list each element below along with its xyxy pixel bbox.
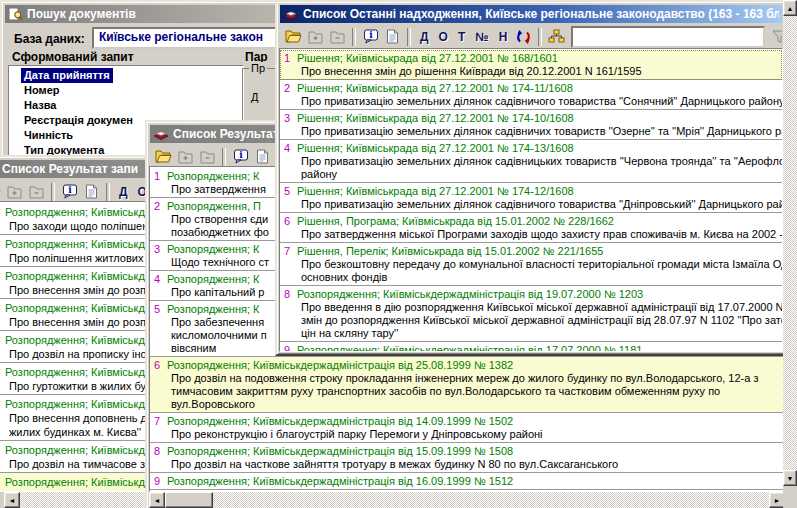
item-number: 7 — [154, 415, 163, 428]
item-heading: Розпорядження; К — [167, 243, 259, 255]
toolbar-separator — [106, 183, 110, 201]
folder-remove-icon[interactable] — [197, 147, 218, 167]
item-heading: Розпорядження, П — [167, 200, 261, 212]
item-heading: Розпорядження; Київміськд — [5, 398, 145, 410]
list-item[interactable]: 9Розпорядження; Київміськдержадміністрац… — [150, 473, 784, 490]
open-folder-icon[interactable] — [153, 147, 174, 167]
query-item[interactable]: Назва — [21, 98, 243, 113]
item-heading: Розпорядження; К — [167, 273, 259, 285]
list-item[interactable]: 9Розпорядження; Київміськдержадміністрац… — [280, 342, 782, 352]
info-icon[interactable]: i — [230, 147, 251, 167]
letter-button[interactable]: Т — [453, 30, 470, 44]
red-book-icon — [283, 7, 299, 21]
list-item[interactable]: 7Розпорядження; Київміськдержадміністрац… — [150, 413, 784, 443]
letter-button[interactable]: № — [470, 30, 493, 44]
titlebar-search[interactable]: Пошук документів — [5, 5, 281, 23]
item-number: 4 — [284, 142, 293, 155]
scroll-left-icon[interactable]: ◄ — [4, 492, 20, 508]
item-number: 6 — [284, 215, 293, 228]
list-item[interactable]: 4Рішення; Київміськрада від 27.12.2001 №… — [280, 140, 782, 183]
list-item[interactable]: 2Рішення; Київміськрада від 27.12.2001 №… — [280, 80, 782, 110]
filter-funnel-icon[interactable] — [769, 27, 782, 47]
svg-text:i: i — [369, 30, 373, 40]
item-heading: Рішення; Київміськрада від 27.12.2001 № … — [297, 185, 574, 197]
item-number: 1 — [284, 52, 293, 65]
open-folder-icon[interactable] — [283, 27, 304, 47]
item-heading: Рішення; Київміськрада від 27.12.2001 № … — [297, 82, 573, 94]
scroll-left-icon[interactable]: ◄ — [149, 492, 165, 508]
database-combobox[interactable]: Київське регіональне закон — [92, 27, 306, 49]
refresh-icon[interactable] — [513, 27, 534, 47]
scroll-down-icon[interactable]: ▼ — [783, 470, 797, 486]
item-number: 9 — [284, 344, 293, 352]
list-item[interactable]: 6Рішення, Програма; Київміськрада від 15… — [280, 213, 782, 243]
item-heading: Розпорядження; Київміськдержадміністраці… — [167, 415, 513, 427]
toolbar-search-input[interactable] — [571, 26, 765, 48]
list-item[interactable]: 7Рішення, Перелік; Київміськрада від 15.… — [280, 243, 782, 286]
letter-button[interactable]: Д — [415, 30, 434, 44]
horizontal-scrollbar-middle-window[interactable]: ◄ ► — [149, 492, 785, 508]
letter-button[interactable]: Н — [494, 30, 513, 44]
item-number: 7 — [284, 245, 293, 258]
letter-button[interactable]: Д — [114, 185, 133, 199]
vertical-scrollbar[interactable]: ▲ ▼ — [783, 0, 797, 508]
item-body: Про приватизацію земельних ділянок садів… — [284, 198, 782, 211]
list-item[interactable]: 8Розпорядження; Київміськдержадміністрац… — [280, 286, 782, 342]
item-heading: Розпорядження; Київміськд — [5, 206, 145, 218]
item-number: 2 — [284, 82, 293, 95]
item-number: 1 — [154, 170, 163, 183]
query-item-label: Чинність — [21, 128, 76, 143]
folder-remove-icon[interactable] — [327, 27, 348, 47]
query-item[interactable]: Дата прийняття — [21, 68, 243, 83]
item-number: 5 — [154, 303, 163, 316]
item-body: Про реконструкцію і благоустрій парку Пе… — [154, 428, 784, 441]
list-item[interactable]: 5Рішення; Київміськрада від 27.12.2001 №… — [280, 183, 782, 213]
scrollbar-thumb[interactable] — [165, 492, 213, 508]
item-heading: Розпорядження; Київміськдержадміністраці… — [167, 475, 513, 487]
folder-add-icon[interactable] — [305, 27, 326, 47]
svg-text:i: i — [239, 150, 243, 160]
item-body: Про дозвіл на подовження строку проклада… — [154, 372, 784, 411]
open-folder-icon[interactable] — [0, 182, 3, 202]
scroll-up-icon[interactable]: ▲ — [783, 0, 797, 16]
item-heading: Розпорядження; К — [167, 303, 259, 315]
folder-add-icon[interactable] — [175, 147, 196, 167]
item-heading: Розпорядження; Київміськдержадміністраці… — [297, 344, 642, 352]
toolbar-separator — [51, 183, 55, 201]
app-canvas: Пошук документів База даних: Київське ре… — [0, 0, 797, 508]
item-heading: Рішення; Київміськрада від 27.12.2001 № … — [297, 52, 558, 64]
item-number: 9 — [154, 475, 163, 488]
tree-view-icon[interactable] — [546, 27, 567, 47]
scrollbar-corner — [783, 486, 797, 508]
info-icon[interactable]: i — [360, 27, 381, 47]
list-item[interactable]: 3Рішення; Київміськрада від 27.12.2001 №… — [280, 110, 782, 140]
document-text-icon[interactable] — [382, 27, 403, 47]
item-number: 3 — [284, 112, 293, 125]
letter-button[interactable]: О — [434, 30, 453, 44]
toolbar-separator — [407, 28, 411, 46]
list-item[interactable]: 1Рішення; Київміськрада від 27.12.2001 №… — [280, 50, 782, 80]
document-text-icon[interactable] — [252, 147, 273, 167]
list-item[interactable]: 8Розпорядження; Київміськдержадміністрац… — [150, 443, 784, 473]
item-heading: Розпорядження; Київміськд — [5, 476, 145, 488]
document-text-icon[interactable] — [81, 182, 102, 202]
toolbar-latest-arrivals: i ДОТ№Н Документ 1 — [280, 24, 782, 49]
item-body: Про приватизацію земельних ділянок садів… — [284, 95, 782, 108]
query-item-label: Номер — [21, 83, 63, 98]
scrollbar-track[interactable] — [213, 492, 769, 508]
list-item[interactable]: 6Розпорядження; Київміськдержадміністрац… — [150, 357, 784, 413]
query-item[interactable]: Номер — [21, 83, 243, 98]
svg-text:i: i — [68, 185, 72, 195]
info-icon[interactable]: i — [59, 182, 80, 202]
params-group-label: Пр — [249, 62, 267, 74]
item-heading: Рішення, Перелік; Київміськрада від 15.0… — [297, 245, 603, 257]
item-body: Про введення в дію розпорядження Київськ… — [284, 301, 782, 340]
scrollbar-track[interactable] — [783, 16, 797, 470]
folder-add-icon[interactable] — [4, 182, 25, 202]
folder-remove-icon[interactable] — [26, 182, 47, 202]
item-body: Про дозвіл на часткове зайняття тротуару… — [154, 458, 784, 471]
item-number: 8 — [284, 288, 293, 301]
titlebar-latest-arrivals[interactable]: Список Останні надходження, Київське рег… — [280, 5, 782, 23]
database-label: База даних: — [14, 32, 85, 46]
window-title: Список Результат — [173, 127, 279, 141]
